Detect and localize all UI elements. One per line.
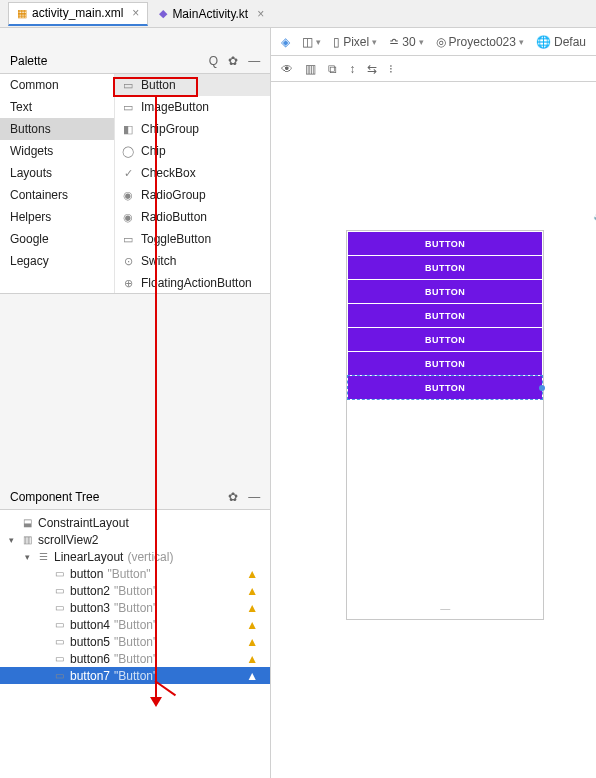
tree-label: button4	[70, 618, 110, 632]
component-icon: ▭	[52, 636, 66, 647]
preview-button[interactable]: BUTTON	[348, 376, 542, 399]
design-toolbar-2: 👁 ▥ ⧉ ↕ ⇆ ⁝	[271, 56, 596, 82]
warning-icon[interactable]: ▲	[246, 601, 258, 615]
align-icon[interactable]: ↕	[349, 62, 355, 76]
tree-row[interactable]: ▭button7 "Button"▲	[0, 667, 270, 684]
grid-icon[interactable]: ▥	[305, 62, 316, 76]
component-icon: ▥	[20, 534, 34, 545]
tree-label: button7	[70, 669, 110, 683]
gear-icon[interactable]: ✿	[228, 490, 238, 504]
warning-icon[interactable]: ▲	[246, 584, 258, 598]
tree-row[interactable]: ▭button3 "Button"▲	[0, 599, 270, 616]
search-icon[interactable]: Q	[209, 54, 218, 68]
tree-hint: "Button"	[107, 567, 150, 581]
preview-button[interactable]: BUTTON	[348, 304, 542, 327]
warning-icon[interactable]: ▲	[246, 567, 258, 581]
palette-category-google[interactable]: Google	[0, 228, 114, 250]
tree-toggle-icon[interactable]: ▾	[6, 535, 16, 545]
warning-icon[interactable]: ▲	[246, 652, 258, 666]
tree-hint: "Button"	[114, 584, 157, 598]
tree-row[interactable]: ▭button4 "Button"▲	[0, 616, 270, 633]
tree-row[interactable]: ▭button2 "Button"▲	[0, 582, 270, 599]
palette-item-radiogroup[interactable]: ◉RadioGroup	[115, 184, 270, 206]
preview-button[interactable]: BUTTON	[348, 256, 542, 279]
palette-item-switch[interactable]: ⊙Switch	[115, 250, 270, 272]
togglebutton-icon: ▭	[121, 233, 135, 246]
close-icon[interactable]: ×	[257, 7, 264, 21]
preview-button[interactable]: BUTTON	[348, 280, 542, 303]
palette-item-radiobutton[interactable]: ◉RadioButton	[115, 206, 270, 228]
checkbox-icon: ✓	[121, 167, 135, 180]
component-icon: ▭	[52, 670, 66, 681]
magnet-icon[interactable]: ⧉	[328, 62, 337, 76]
preview-button[interactable]: BUTTON	[348, 352, 542, 375]
close-icon[interactable]: ×	[132, 6, 139, 20]
tree-toggle-icon[interactable]: ▾	[22, 552, 32, 562]
annotation-arrow-head	[150, 697, 162, 707]
preview-button[interactable]: BUTTON	[348, 232, 542, 255]
device-preview[interactable]: BUTTONBUTTONBUTTONBUTTONBUTTONBUTTONBUTT…	[346, 230, 544, 620]
palette-category-text[interactable]: Text	[0, 96, 114, 118]
palette-item-label: Chip	[141, 144, 166, 158]
palette-category-common[interactable]: Common	[0, 74, 114, 96]
switch-icon: ⊙	[121, 255, 135, 268]
api-level-selector[interactable]: ≏ 30▾	[389, 35, 423, 49]
component-icon: ▭	[52, 585, 66, 596]
tree-row[interactable]: ▭button "Button"▲	[0, 565, 270, 582]
warning-icon[interactable]: ▲	[246, 618, 258, 632]
view-options-icon[interactable]: ◫▾	[302, 35, 321, 49]
palette-item-checkbox[interactable]: ✓CheckBox	[115, 162, 270, 184]
palette-item-label: CheckBox	[141, 166, 196, 180]
tree-row[interactable]: ▭button6 "Button"▲	[0, 650, 270, 667]
palette-item-label: ToggleButton	[141, 232, 211, 246]
preview-button[interactable]: BUTTON	[348, 328, 542, 351]
component-tree-header: Component Tree ✿ —	[0, 484, 270, 510]
palette-category-legacy[interactable]: Legacy	[0, 250, 114, 272]
palette-item-togglebutton[interactable]: ▭ToggleButton	[115, 228, 270, 250]
palette-item-label: RadioButton	[141, 210, 207, 224]
palette-categories: CommonTextButtonsWidgetsLayoutsContainer…	[0, 74, 115, 293]
theme-selector[interactable]: ◎ Proyecto023▾	[436, 35, 524, 49]
palette-item-label: Switch	[141, 254, 176, 268]
tree-row[interactable]: ▾▥scrollView2	[0, 531, 270, 548]
tree-row[interactable]: ▾☰LinearLayout (vertical)	[0, 548, 270, 565]
palette-category-widgets[interactable]: Widgets	[0, 140, 114, 162]
palette-item-imagebutton[interactable]: ▭ImageButton	[115, 96, 270, 118]
tree-row[interactable]: ▭button5 "Button"▲	[0, 633, 270, 650]
default-selector[interactable]: 🌐 Defau	[536, 35, 586, 49]
tree-hint: "Button"	[114, 618, 157, 632]
design-canvas[interactable]: 🔧 BUTTONBUTTONBUTTONBUTTONBUTTONBUTTONBU…	[271, 82, 596, 778]
palette-category-containers[interactable]: Containers	[0, 184, 114, 206]
component-tree: ⬓ConstraintLayout▾▥scrollView2▾☰LinearLa…	[0, 510, 270, 778]
guidelines-icon[interactable]: ⇆	[367, 62, 377, 76]
palette-category-layouts[interactable]: Layouts	[0, 162, 114, 184]
warning-icon[interactable]: ▲	[246, 669, 258, 683]
minimize-icon[interactable]: —	[248, 490, 260, 504]
tree-hint: "Button"	[114, 652, 157, 666]
palette-category-buttons[interactable]: Buttons	[0, 118, 114, 140]
more-icon[interactable]: ⁝	[389, 62, 393, 76]
tab-label: activity_main.xml	[32, 6, 123, 20]
tree-label: button	[70, 567, 103, 581]
palette-item-chip[interactable]: ◯Chip	[115, 140, 270, 162]
tab-activity-main[interactable]: ▦ activity_main.xml ×	[8, 2, 148, 26]
layers-icon[interactable]: ◈	[281, 35, 290, 49]
gear-icon[interactable]: ✿	[228, 54, 238, 68]
palette-item-chipgroup[interactable]: ◧ChipGroup	[115, 118, 270, 140]
kt-file-icon: ◆	[159, 7, 167, 20]
tree-row[interactable]: ⬓ConstraintLayout	[0, 514, 270, 531]
tab-mainactivity[interactable]: ◆ MainActivity.kt ×	[150, 2, 273, 26]
device-selector[interactable]: ▯ Pixel▾	[333, 35, 377, 49]
xml-file-icon: ▦	[17, 7, 27, 20]
palette-item-floatingactionbutton[interactable]: ⊕FloatingActionButton	[115, 272, 270, 294]
palette-category-helpers[interactable]: Helpers	[0, 206, 114, 228]
visibility-icon[interactable]: 👁	[281, 62, 293, 76]
tree-label: button5	[70, 635, 110, 649]
component-icon: ▭	[52, 568, 66, 579]
minimize-icon[interactable]: —	[248, 54, 260, 68]
tree-label: ConstraintLayout	[38, 516, 129, 530]
warning-icon[interactable]: ▲	[246, 635, 258, 649]
device-nav-hint: —	[347, 603, 543, 614]
annotation-box	[113, 77, 198, 97]
component-icon: ☰	[36, 551, 50, 562]
